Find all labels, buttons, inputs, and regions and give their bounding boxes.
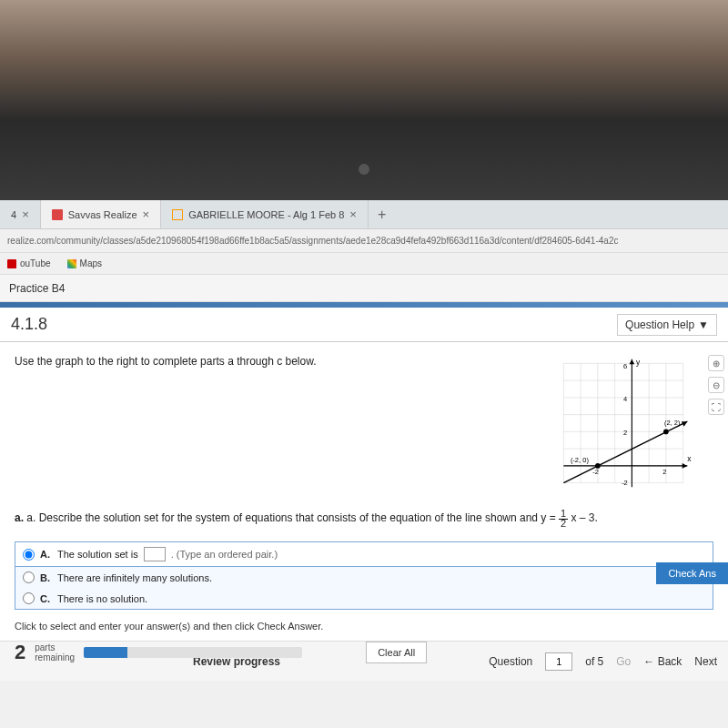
part-a-text: a. Describe the solution set for the sys… (26, 511, 559, 524)
browser-window: 4 × Savvas Realize × GABRIELLE MOORE - A… (0, 200, 728, 728)
bookmark-maps[interactable]: Maps (67, 258, 102, 268)
part-a-suffix: x – 3. (571, 511, 598, 524)
maps-icon (67, 259, 76, 268)
answer-options: A. The solution set is . (Type an ordere… (15, 541, 713, 610)
svg-text:4: 4 (623, 395, 627, 403)
progress-fill (84, 647, 127, 658)
page-title: Practice B4 (9, 282, 65, 295)
option-a[interactable]: A. The solution set is . (Type an ordere… (15, 542, 713, 567)
physical-laptop-bezel (0, 0, 728, 200)
tab-label: 4 (11, 209, 16, 220)
option-letter: A. (40, 549, 50, 560)
svg-point-29 (663, 430, 669, 435)
doc-favicon-icon (172, 209, 183, 220)
browser-tab[interactable]: Savvas Realize × (41, 200, 161, 228)
radio-c[interactable] (23, 592, 35, 604)
graph-tools: ⊕ ⊖ ⛶ (708, 355, 724, 415)
question-content: Use the graph to the right to complete p… (0, 342, 728, 641)
bookmark-label: Maps (80, 258, 102, 268)
progress-bar (84, 647, 302, 658)
zoom-out-icon[interactable]: ⊖ (708, 377, 724, 393)
ordered-pair-input[interactable] (144, 547, 166, 561)
question-help-label: Question Help (625, 318, 694, 331)
part-a-prompt: a. a. Describe the solution set for the … (15, 509, 713, 529)
radio-b[interactable] (23, 571, 35, 583)
parts-remaining-count: 2 (15, 641, 25, 664)
option-hint: . (Type an ordered pair.) (171, 549, 278, 560)
option-text: There are infinitely many solutions. (57, 572, 212, 583)
progress-row: 2 parts remaining Clear All Check Ans (15, 641, 713, 664)
option-c[interactable]: C. There is no solution. (15, 588, 713, 609)
new-tab-button[interactable]: + (369, 207, 395, 223)
option-b[interactable]: B. There are infinitely many solutions. (15, 567, 713, 588)
parts-remaining-label: parts remaining (35, 642, 75, 662)
check-answer-button[interactable]: Check Ans (656, 562, 728, 584)
svg-point-28 (595, 463, 601, 469)
graph: y x -2 2 2 4 6 -2 (-2, 0) (2, 2) (555, 355, 692, 491)
tab-label: GABRIELLE MOORE - Alg 1 Feb 8 (188, 209, 344, 220)
graph-point-label: (2, 2) (664, 419, 681, 427)
instruction-note: Click to select and enter your answer(s)… (15, 621, 713, 632)
close-icon[interactable]: × (349, 207, 357, 221)
close-icon[interactable]: × (143, 207, 150, 221)
svg-text:2: 2 (662, 468, 666, 476)
option-text: The solution set is (57, 549, 138, 560)
svg-marker-19 (630, 359, 635, 365)
page-breadcrumb: Practice B4 (0, 275, 728, 302)
svg-text:-2: -2 (592, 468, 599, 476)
expand-icon[interactable]: ⛶ (708, 399, 724, 415)
close-icon[interactable]: × (22, 207, 29, 221)
browser-tab[interactable]: 4 × (0, 200, 41, 228)
svg-marker-17 (682, 463, 688, 469)
bookmarks-bar: ouTube Maps (0, 253, 728, 275)
bookmark-label: ouTube (20, 258, 51, 268)
browser-tabs: 4 × Savvas Realize × GABRIELLE MOORE - A… (0, 200, 728, 229)
svg-text:6: 6 (623, 362, 627, 370)
option-letter: B. (40, 572, 50, 583)
browser-tab[interactable]: GABRIELLE MOORE - Alg 1 Feb 8 × (161, 200, 369, 228)
address-bar[interactable]: realize.com/community/classes/a5de210968… (0, 229, 728, 253)
question-help-button[interactable]: Question Help ▼ (617, 314, 717, 336)
option-text: There is no solution. (57, 593, 147, 604)
tab-label: Savvas Realize (68, 209, 137, 220)
svg-text:-2: -2 (622, 479, 628, 487)
question-number: 4.1.8 (11, 315, 47, 334)
graph-point-label: (-2, 0) (571, 456, 590, 464)
url-text: realize.com/community/classes/a5de210968… (7, 236, 618, 246)
y-axis-label: y (636, 358, 641, 367)
clear-all-button[interactable]: Clear All (366, 642, 427, 663)
chevron-down-icon: ▼ (698, 318, 709, 331)
savvas-favicon-icon (52, 209, 63, 220)
youtube-icon (7, 259, 16, 268)
zoom-in-icon[interactable]: ⊕ (708, 355, 724, 371)
svg-text:2: 2 (623, 429, 627, 437)
x-axis-label: x (687, 454, 692, 463)
fraction: 12 (559, 509, 568, 529)
bookmark-youtube[interactable]: ouTube (7, 258, 51, 268)
option-letter: C. (40, 593, 50, 604)
radio-a[interactable] (23, 549, 35, 561)
question-header: 4.1.8 Question Help ▼ (0, 308, 728, 342)
